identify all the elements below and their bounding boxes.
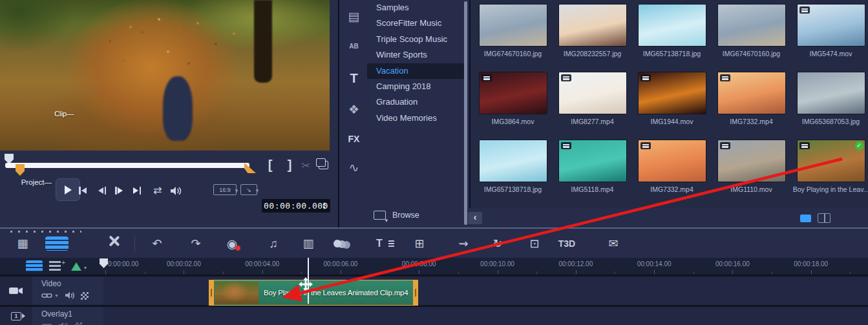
- category-item-vacation[interactable]: Vacation: [367, 63, 464, 79]
- media-item[interactable]: IMG674670160.jpg: [712, 0, 791, 68]
- video-track-header[interactable]: Video ▼: [32, 277, 103, 305]
- time-remapping-icon[interactable]: ↻: [488, 234, 507, 253]
- media-thumbnail[interactable]: [480, 5, 547, 46]
- mask-icon[interactable]: ⊡: [525, 234, 544, 253]
- track-manager-icon[interactable]: [26, 260, 43, 272]
- trim-in-handle[interactable]: [16, 164, 25, 176]
- library-scrollbar[interactable]: [464, 1, 467, 225]
- title-icon[interactable]: T: [370, 234, 396, 253]
- media-item[interactable]: IMG1944.mov: [632, 68, 712, 136]
- media-thumbnail[interactable]: [639, 5, 706, 46]
- media-item[interactable]: IMG653687053.jpg: [791, 68, 868, 136]
- resize-caret-icon[interactable]: ▼: [255, 188, 260, 194]
- overlay-track-header[interactable]: Overlay1: [32, 307, 103, 325]
- previous-frame-button[interactable]: [98, 187, 106, 194]
- volume-icon[interactable]: [170, 186, 182, 198]
- track-list-icon[interactable]: [49, 261, 61, 271]
- thumbnail-view-icon[interactable]: [800, 215, 811, 222]
- scroll-left-button[interactable]: ‹: [468, 212, 482, 224]
- audio-music-icon[interactable]: ♫: [264, 234, 283, 253]
- link-icon[interactable]: [41, 322, 52, 325]
- tools-icon[interactable]: [107, 234, 126, 248]
- scrubber-bar[interactable]: [5, 163, 249, 168]
- media-thumbnail[interactable]: [718, 5, 785, 46]
- timeline-scrubber-flag[interactable]: [100, 258, 108, 268]
- media-item[interactable]: IMG3864.mov: [473, 68, 553, 136]
- title-3d-icon[interactable]: T3D: [557, 234, 577, 253]
- category-item-video-memories[interactable]: Video Memories: [367, 110, 464, 126]
- media-thumbnail[interactable]: [718, 72, 785, 114]
- browse-button[interactable]: Browse: [374, 211, 419, 220]
- media-library-icon[interactable]: ▤: [339, 5, 368, 27]
- mask-creator-icon[interactable]: ✉: [604, 234, 623, 253]
- timeline-clip[interactable]: Boy Playing in the Leaves Animated Clip.…: [209, 280, 418, 306]
- media-item[interactable]: ✓Boy Playing in the Leav...: [791, 136, 868, 204]
- undo-icon[interactable]: ↶: [147, 234, 167, 253]
- media-thumbnail[interactable]: [798, 72, 865, 114]
- overlay-track-type[interactable]: 1: [0, 307, 32, 325]
- media-thumbnail[interactable]: [559, 140, 626, 182]
- aspect-caret-icon[interactable]: ▼: [234, 188, 239, 194]
- media-item[interactable]: IMG1110.mov: [712, 136, 791, 204]
- media-thumbnail[interactable]: ✓: [798, 140, 865, 182]
- fx-filter-icon[interactable]: FX: [339, 128, 368, 150]
- add-track-icon[interactable]: [71, 262, 81, 271]
- media-thumbnail[interactable]: [559, 72, 626, 114]
- video-track-type[interactable]: [0, 277, 32, 305]
- play-button[interactable]: [56, 178, 80, 201]
- category-item-graduation[interactable]: Graduation: [367, 94, 464, 110]
- category-item-samples[interactable]: Samples: [367, 0, 464, 16]
- video-track-lane[interactable]: Boy Playing in the Leaves Animated Clip.…: [103, 277, 868, 305]
- media-thumbnail[interactable]: [718, 140, 785, 182]
- project-mode-button[interactable]: Project—: [13, 178, 52, 186]
- list-view-icon[interactable]: [818, 213, 831, 223]
- media-item[interactable]: IMG657138718.jpg: [473, 136, 553, 204]
- media-item[interactable]: IMG8277.mp4: [553, 68, 632, 136]
- add-track-caret-icon[interactable]: ▾: [84, 265, 87, 271]
- timeline-ruler[interactable]: 0:00:00.0000:00:02.0000:00:04.0000:00:06…: [0, 258, 868, 275]
- track-transparency-icon[interactable]: [74, 322, 82, 325]
- preview-video-frame[interactable]: [0, 0, 330, 151]
- media-item[interactable]: IMG7332.mp4: [712, 68, 791, 136]
- track-transparency-icon[interactable]: [81, 292, 89, 300]
- preview-timecode[interactable]: 00:00:00.000: [262, 199, 330, 213]
- media-thumbnail[interactable]: [480, 140, 547, 182]
- link-caret-icon[interactable]: ▼: [54, 293, 59, 298]
- media-item[interactable]: IMG208232557.jpg: [553, 0, 632, 68]
- home-button[interactable]: [79, 187, 87, 194]
- panel-drag-handle[interactable]: [10, 231, 81, 233]
- mark-out-button[interactable]: ]: [283, 158, 296, 173]
- motion-tracking-icon[interactable]: ⇝: [454, 234, 473, 253]
- category-item-camping-2018[interactable]: Camping 2018: [367, 79, 464, 94]
- media-item[interactable]: IMG7332.mp4: [632, 136, 712, 204]
- instant-project-icon[interactable]: ▥: [299, 234, 318, 253]
- record-capture-icon[interactable]: [222, 234, 242, 253]
- timecode-spinner[interactable]: ▲▼: [322, 199, 326, 213]
- split-screen-icon[interactable]: ⊞: [410, 234, 429, 253]
- timeline-view-icon[interactable]: [45, 236, 69, 251]
- media-item[interactable]: IMG5118.mp4: [553, 136, 632, 204]
- motion-path-icon[interactable]: ∿: [339, 156, 368, 178]
- redo-icon[interactable]: ↷: [186, 234, 206, 253]
- repeat-icon[interactable]: ⇄: [153, 184, 162, 196]
- category-item-triple-scoop-music[interactable]: Triple Scoop Music: [367, 32, 464, 47]
- category-item-winter-sports[interactable]: Winter Sports: [367, 47, 464, 63]
- enlarge-preview-icon[interactable]: [319, 161, 328, 169]
- title-text-icon[interactable]: T: [339, 67, 368, 89]
- media-item[interactable]: IMG5474.mov: [791, 0, 868, 68]
- storyboard-view-icon[interactable]: ▦: [13, 234, 32, 253]
- next-frame-button[interactable]: [115, 187, 123, 194]
- clip-trim-right-handle[interactable]: [413, 280, 418, 306]
- track-mute-icon[interactable]: [58, 322, 69, 325]
- mark-in-button[interactable]: [: [264, 158, 277, 173]
- aspect-ratio-button[interactable]: 16:9: [213, 184, 237, 195]
- overlay-track-lane[interactable]: [103, 307, 868, 325]
- subtitle-ab-icon[interactable]: AB: [339, 35, 368, 57]
- media-item[interactable]: IMG657138718.jpg: [632, 0, 712, 68]
- graphics-icon[interactable]: ❖: [339, 98, 368, 120]
- media-thumbnail[interactable]: [639, 72, 706, 114]
- track-mute-icon[interactable]: [65, 291, 75, 300]
- media-thumbnail[interactable]: [559, 5, 626, 46]
- end-button[interactable]: [133, 187, 141, 194]
- media-item[interactable]: IMG674670160.jpg: [473, 0, 553, 68]
